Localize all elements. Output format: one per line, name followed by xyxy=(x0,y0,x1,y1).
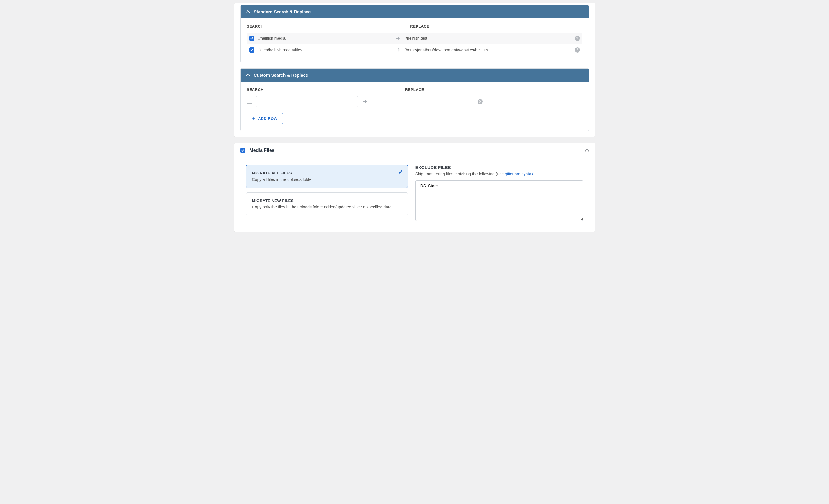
search-value: //hellfish.media xyxy=(258,36,391,41)
exclude-files-column: EXCLUDE FILES Skip transferring files ma… xyxy=(416,165,583,222)
media-files-header[interactable]: Media Files xyxy=(235,143,595,158)
standard-panel-header[interactable]: Standard Search & Replace xyxy=(241,5,589,18)
remove-row-icon[interactable] xyxy=(477,99,483,104)
replace-column-header: REPLACE xyxy=(405,87,424,92)
option-title: MIGRATE ALL FILES xyxy=(252,171,402,176)
replace-column-header: REPLACE xyxy=(410,24,429,29)
option-desc: Copy only the files in the uploads folde… xyxy=(252,205,402,209)
custom-panel-body: SEARCH REPLACE + ADD ROW xyxy=(241,82,589,131)
arrow-right-icon xyxy=(395,35,401,41)
standard-panel-body: SEARCH REPLACE //hellfish.media //hellfi… xyxy=(241,18,589,62)
replace-value: //hellfish.test xyxy=(405,36,571,41)
search-column-header: SEARCH xyxy=(247,87,388,92)
chevron-up-icon xyxy=(585,148,589,152)
check-icon xyxy=(398,169,403,176)
plus-icon: + xyxy=(252,116,255,121)
custom-replace-input[interactable] xyxy=(372,96,473,107)
table-row: /sites/hellfish.media/files /home/jonath… xyxy=(247,44,582,56)
migrate-options: MIGRATE ALL FILES Copy all files in the … xyxy=(246,165,408,222)
arrow-right-icon xyxy=(395,47,401,53)
gitignore-syntax-link[interactable]: .gitignore syntax xyxy=(504,171,533,176)
migrate-all-option[interactable]: MIGRATE ALL FILES Copy all files in the … xyxy=(246,165,408,188)
add-row-label: ADD ROW xyxy=(258,116,277,121)
custom-panel-title: Custom Search & Replace xyxy=(254,73,308,78)
add-row-button[interactable]: + ADD ROW xyxy=(247,113,283,124)
media-files-title: Media Files xyxy=(250,148,581,153)
custom-search-replace-panel: Custom Search & Replace SEARCH REPLACE xyxy=(240,68,589,131)
migrate-new-option[interactable]: MIGRATE NEW FILES Copy only the files in… xyxy=(246,192,408,216)
help-icon[interactable]: ? xyxy=(575,36,580,41)
standard-panel-title: Standard Search & Replace xyxy=(254,9,311,14)
drag-handle-icon[interactable] xyxy=(247,99,252,105)
table-row: //hellfish.media //hellfish.test ? xyxy=(247,33,582,44)
option-desc: Copy all files in the uploads folder xyxy=(252,177,402,182)
search-value: /sites/hellfish.media/files xyxy=(258,48,391,52)
standard-search-replace-panel: Standard Search & Replace SEARCH REPLACE… xyxy=(240,5,589,63)
custom-panel-header[interactable]: Custom Search & Replace xyxy=(241,69,589,82)
custom-search-input[interactable] xyxy=(256,96,358,107)
row-checkbox[interactable] xyxy=(249,36,254,41)
option-title: MIGRATE NEW FILES xyxy=(252,199,402,203)
chevron-up-icon xyxy=(246,10,250,14)
custom-row xyxy=(247,96,582,107)
search-replace-card: Standard Search & Replace SEARCH REPLACE… xyxy=(234,3,595,137)
media-files-checkbox[interactable] xyxy=(240,148,246,153)
chevron-up-icon xyxy=(246,73,250,77)
exclude-subtitle: Skip transferring files matching the fol… xyxy=(416,171,583,176)
exclude-title: EXCLUDE FILES xyxy=(416,165,583,170)
row-checkbox[interactable] xyxy=(249,47,254,52)
exclude-files-input[interactable] xyxy=(416,180,583,221)
replace-value: /home/jonathan/development/websites/hell… xyxy=(405,48,571,52)
media-files-body: MIGRATE ALL FILES Copy all files in the … xyxy=(235,158,595,232)
media-files-section: Media Files MIGRATE ALL FILES Copy all f… xyxy=(234,143,595,232)
arrow-right-icon xyxy=(362,99,368,105)
help-icon[interactable]: ? xyxy=(575,47,580,52)
search-column-header: SEARCH xyxy=(247,24,405,29)
